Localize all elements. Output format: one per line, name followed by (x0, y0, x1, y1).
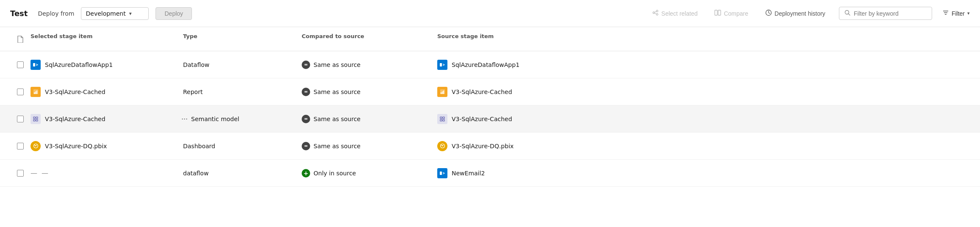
row-checkbox[interactable] (10, 116, 31, 122)
row-checkbox[interactable] (10, 61, 31, 68)
report-icon (437, 87, 447, 97)
svg-rect-26 (36, 119, 38, 121)
checkbox[interactable] (17, 116, 24, 122)
row-checkbox[interactable] (10, 143, 31, 149)
svg-rect-6 (718, 10, 721, 15)
type-label: Dashboard (183, 143, 215, 149)
filter-icon (942, 9, 949, 18)
source-name: SqlAzureDataflowApp1 (452, 61, 519, 68)
table-row[interactable]: — — dataflow + Only in source NewEmail2 (0, 160, 980, 187)
svg-rect-24 (36, 117, 38, 119)
select-related-icon (652, 9, 659, 18)
table-row[interactable]: V3-SqlAzure-Cached Report = Same as sour… (0, 78, 980, 105)
item-cell: — — (31, 169, 183, 177)
status-only-icon: + (302, 169, 310, 177)
svg-rect-18 (36, 91, 37, 94)
type-label: Report (183, 89, 203, 95)
col-type: Type (183, 33, 302, 45)
table-header: Selected stage item Type Compared to sou… (0, 27, 980, 51)
row-checkbox[interactable] (10, 89, 31, 95)
svg-rect-28 (443, 117, 444, 119)
deployment-history-button[interactable]: Deployment history (762, 8, 829, 19)
none-icon: — (31, 169, 37, 177)
source-cell: V3-SqlAzure-Cached (437, 87, 970, 97)
table-body: SqlAzureDataflowApp1 Dataflow = Same as … (0, 51, 980, 187)
type-label: dataflow (183, 170, 208, 177)
svg-rect-14 (440, 63, 442, 66)
semantic-icon (437, 114, 447, 124)
topbar-actions: Select related Compare Deployment histor… (649, 7, 970, 20)
svg-rect-27 (440, 117, 442, 119)
item-cell: V3-SqlAzure-Cached (31, 87, 183, 97)
type-label: Dataflow (183, 61, 209, 68)
svg-rect-22 (443, 91, 444, 94)
source-name: V3-SqlAzure-Cached (452, 89, 512, 95)
checkbox[interactable] (17, 143, 24, 149)
table-row[interactable]: V3-SqlAzure-Cached ··· Semantic model = … (0, 105, 980, 133)
checkbox[interactable] (17, 170, 24, 177)
row-checkbox[interactable] (10, 170, 31, 177)
compare-label: Compare (724, 10, 748, 17)
svg-point-1 (656, 10, 658, 12)
deploy-from-dropdown[interactable]: Development ▾ (81, 7, 149, 20)
source-name: V3-SqlAzure-DQ.pbix (452, 143, 514, 149)
svg-line-9 (848, 14, 850, 16)
type-cell: Dataflow (183, 61, 302, 68)
search-input[interactable] (854, 10, 922, 17)
header-file-icon (14, 33, 26, 45)
filter-button[interactable]: Filter ▾ (942, 9, 970, 18)
select-related-button[interactable]: Select related (649, 8, 701, 19)
compare-icon (714, 9, 721, 18)
status-same-icon: = (302, 61, 310, 69)
semantic-icon (31, 114, 41, 124)
filter-label: Filter (952, 10, 965, 17)
col-compared-to-source: Compared to source (302, 33, 437, 45)
svg-point-34 (442, 146, 443, 147)
svg-rect-25 (33, 119, 35, 121)
history-icon (765, 9, 772, 18)
item-name: SqlAzureDataflowApp1 (45, 61, 113, 68)
svg-rect-5 (715, 10, 717, 15)
topbar: Test Deploy from Development ▾ Deploy Se… (0, 0, 980, 27)
compare-button[interactable]: Compare (711, 8, 752, 19)
compared-label: Only in source (314, 170, 356, 177)
source-cell: NewEmail2 (437, 168, 970, 178)
col-source-stage-item: Source stage item (437, 33, 970, 45)
more-options-button[interactable]: ··· (181, 114, 188, 123)
page-title: Test (10, 9, 28, 18)
header-checkbox-col (10, 33, 31, 45)
select-related-label: Select related (661, 10, 698, 17)
svg-line-3 (655, 11, 656, 12)
search-icon (844, 10, 850, 17)
source-name: NewEmail2 (452, 170, 485, 177)
dataflow-icon (437, 60, 447, 70)
type-cell: ··· Semantic model (183, 114, 302, 123)
svg-rect-21 (442, 91, 443, 94)
svg-rect-13 (33, 63, 35, 66)
report-icon (31, 87, 41, 97)
svg-rect-35 (440, 172, 442, 175)
svg-point-32 (35, 146, 36, 147)
table-wrapper: Selected stage item Type Compared to sou… (0, 27, 980, 187)
checkbox[interactable] (17, 61, 24, 68)
table-row[interactable]: V3-SqlAzure-DQ.pbix Dashboard = Same as … (0, 133, 980, 160)
type-cell: Dashboard (183, 143, 302, 149)
deploy-button[interactable]: Deploy (155, 7, 192, 20)
col-selected-stage-item: Selected stage item (31, 33, 183, 45)
type-label: Semantic model (191, 116, 239, 122)
search-box[interactable] (839, 7, 932, 20)
checkbox[interactable] (17, 89, 24, 95)
source-cell: V3-SqlAzure-Cached (437, 114, 970, 124)
dataflow-icon (437, 168, 447, 178)
svg-rect-16 (34, 92, 35, 94)
dashboard-icon (31, 141, 41, 151)
source-name: V3-SqlAzure-Cached (452, 116, 512, 122)
table-row[interactable]: SqlAzureDataflowApp1 Dataflow = Same as … (0, 51, 980, 78)
item-cell: V3-SqlAzure-DQ.pbix (31, 141, 183, 151)
compared-cell: = Same as source (302, 61, 437, 69)
chevron-down-icon: ▾ (129, 11, 132, 17)
compared-label: Same as source (314, 143, 361, 149)
compared-cell: = Same as source (302, 88, 437, 96)
svg-rect-23 (33, 117, 35, 119)
svg-rect-17 (35, 91, 36, 94)
